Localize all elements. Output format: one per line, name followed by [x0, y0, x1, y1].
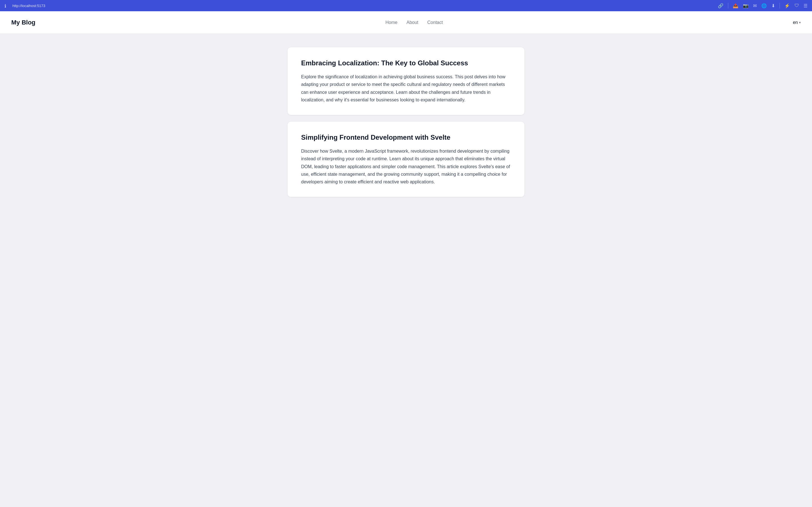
nav-links: Home About Contact — [386, 20, 443, 25]
nav-link-about[interactable]: About — [407, 20, 418, 25]
globe-icon[interactable]: 🌐 — [761, 3, 767, 8]
post-card-1: Embracing Localization: The Key to Globa… — [288, 47, 524, 115]
nav-link-home[interactable]: Home — [386, 20, 398, 25]
language-label: en — [793, 20, 798, 25]
main-content: Embracing Localization: The Key to Globa… — [0, 34, 812, 507]
link-icon[interactable]: 🔗 — [718, 3, 723, 8]
posts-container: Embracing Localization: The Key to Globa… — [288, 47, 524, 197]
post-title-1: Embracing Localization: The Key to Globa… — [301, 59, 511, 67]
menu-icon[interactable]: ☰ — [804, 3, 808, 8]
browser-chrome: ℹ http://localhost:5173 🔗 📤 📷 ✉ 🌐 ⬇ ⚡ 🛡 … — [0, 0, 812, 11]
post-title-2: Simplifying Frontend Development with Sv… — [301, 133, 511, 142]
nav-item-home: Home — [386, 20, 398, 25]
browser-url: http://localhost:5173 — [12, 4, 45, 8]
info-icon: ℹ — [4, 3, 9, 8]
browser-actions: 🔗 📤 📷 ✉ 🌐 ⬇ ⚡ 🛡 ☰ — [718, 3, 808, 8]
post-excerpt-1: Explore the significance of localization… — [301, 73, 511, 104]
shield-icon[interactable]: 🛡 — [795, 3, 799, 8]
navbar: My Blog Home About Contact en ▾ — [0, 11, 812, 34]
nav-link-contact[interactable]: Contact — [427, 20, 443, 25]
brand-logo[interactable]: My Blog — [11, 19, 36, 26]
app: My Blog Home About Contact en ▾ Embracin… — [0, 11, 812, 507]
browser-divider-2 — [779, 3, 780, 8]
download-icon[interactable]: ⬇ — [771, 3, 775, 8]
post-excerpt-2: Discover how Svelte, a modern JavaScript… — [301, 147, 511, 186]
mail-icon[interactable]: ✉ — [753, 3, 757, 8]
language-selector[interactable]: en ▾ — [793, 20, 801, 25]
camera-icon[interactable]: 📷 — [743, 3, 749, 8]
nav-item-contact: Contact — [427, 20, 443, 25]
share-icon[interactable]: 📤 — [733, 3, 739, 8]
nav-item-about: About — [407, 20, 418, 25]
chevron-down-icon: ▾ — [799, 20, 801, 24]
extension-icon[interactable]: ⚡ — [784, 3, 790, 8]
post-card-2: Simplifying Frontend Development with Sv… — [288, 122, 524, 197]
